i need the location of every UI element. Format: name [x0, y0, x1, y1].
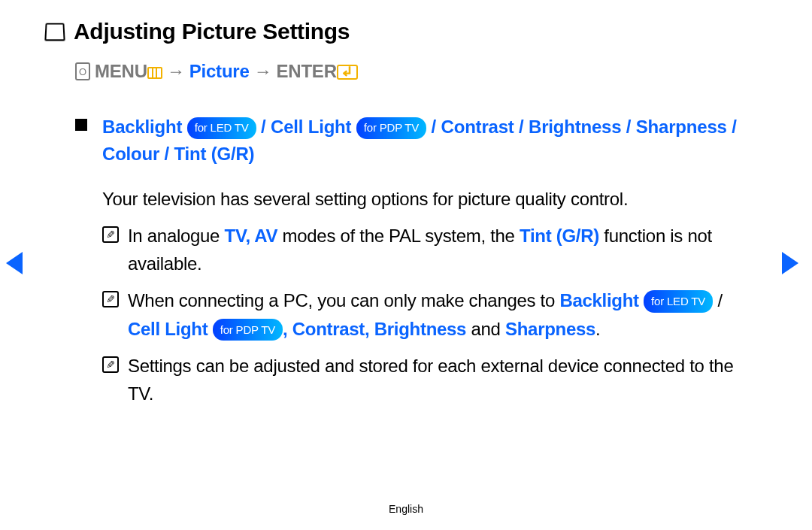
enter-icon	[337, 65, 358, 80]
note-text: When connecting a PC, you can only make …	[128, 286, 737, 342]
book-icon	[44, 23, 65, 41]
note-item: Settings can be adjusted and stored for …	[102, 352, 737, 407]
remote-icon: O	[75, 62, 90, 80]
note-text: In analogue TV, AV modes of the PAL syst…	[128, 222, 737, 277]
note-item: When connecting a PC, you can only make …	[102, 286, 737, 342]
svg-marker-0	[6, 252, 23, 274]
breadcrumb-picture: Picture	[189, 61, 250, 82]
note-icon	[102, 356, 119, 373]
note-item: In analogue TV, AV modes of the PAL syst…	[102, 222, 737, 277]
nav-prev-button[interactable]	[6, 252, 23, 274]
setting-cell-light: Cell Light	[271, 117, 351, 137]
breadcrumb-menu: MENU	[95, 61, 162, 82]
settings-section: Backlight for LED TV / Cell Light for PD…	[45, 114, 767, 168]
setting-contrast: Contrast	[441, 117, 514, 137]
nav-next-button[interactable]	[782, 252, 798, 274]
pdp-tv-pill: for PDP TV	[213, 319, 283, 341]
svg-marker-1	[782, 252, 798, 274]
breadcrumb-enter: ENTER	[276, 61, 357, 82]
pdp-tv-pill: for PDP TV	[356, 117, 426, 139]
title-row: Adjusting Picture Settings	[45, 19, 767, 44]
breadcrumb-arrow: →	[167, 61, 185, 82]
note-icon	[102, 226, 119, 243]
triangle-left-icon	[6, 252, 23, 274]
setting-colour: Colour	[102, 144, 159, 164]
setting-backlight: Backlight	[102, 117, 182, 137]
sep: /	[519, 117, 529, 137]
sep: /	[165, 144, 174, 164]
note-icon	[102, 291, 119, 307]
sep: /	[626, 117, 636, 137]
led-tv-pill: for LED TV	[187, 117, 256, 139]
body-text: Your television has several setting opti…	[45, 186, 767, 213]
triangle-right-icon	[782, 252, 798, 274]
sep: /	[261, 117, 271, 137]
note-text: Settings can be adjusted and stored for …	[128, 352, 737, 407]
setting-tint: Tint (G/R)	[174, 144, 255, 164]
led-tv-pill: for LED TV	[644, 290, 713, 312]
note-list: In analogue TV, AV modes of the PAL syst…	[45, 222, 767, 407]
setting-brightness: Brightness	[529, 117, 621, 137]
footer-language: English	[0, 503, 812, 515]
breadcrumb: O MENU → Picture → ENTER	[45, 61, 767, 82]
sep: /	[732, 117, 736, 137]
setting-sharpness: Sharpness	[636, 117, 727, 137]
menu-icon	[147, 67, 162, 79]
breadcrumb-arrow: →	[254, 61, 272, 82]
square-bullet-icon	[75, 119, 87, 131]
page-title: Adjusting Picture Settings	[74, 19, 350, 44]
settings-list: Backlight for LED TV / Cell Light for PD…	[102, 114, 767, 168]
sep: /	[432, 117, 441, 137]
